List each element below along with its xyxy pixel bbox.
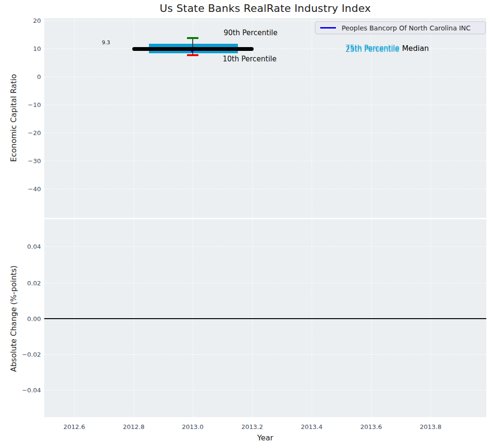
gridline [312,18,312,218]
zero-reference-line [44,318,486,319]
top-plot-area: 9.3 90th Percentile 10th Percentile 75th… [44,18,486,218]
top-y-axis-label: Economic Capital Ratio [9,74,18,162]
xtick-label: 2013.0 [171,423,214,430]
p10-label: 10th Percentile [223,55,276,63]
chart-title: Us State Banks RealRate Industry Index [44,2,486,14]
ytick-label: 0.00 [0,315,41,322]
xtick-label: 2012.6 [53,423,96,430]
gridline [44,189,486,189]
ytick-label: −10 [0,101,41,108]
gridline [44,161,486,161]
x-axis-label: Year [44,433,486,442]
bottom-plot-area [44,219,486,417]
gridline [431,18,431,218]
ytick-label: 0.04 [0,243,41,250]
gridline [74,18,75,218]
bottom-y-axis-label: Absolute Change (%-points) [9,265,18,372]
gridline [44,354,486,355]
ytick-label: 20 [0,17,41,24]
gridline [44,20,486,21]
gridline [44,390,486,390]
gridline [44,105,486,105]
median-value-annotation: 9.3 [102,39,110,46]
gridline [44,77,486,77]
legend-line-sample [320,27,336,29]
chart-figure: Us State Banks RealRate Industry Index 9… [0,0,492,448]
xtick-label: 2013.4 [290,423,333,430]
ytick-label: −0.04 [0,387,41,394]
p25-label: 25th Percentile [345,45,399,54]
ytick-label: 0.02 [0,280,41,287]
median-line [132,47,254,51]
gridline [44,283,486,283]
percentile-10-tick [187,54,198,56]
ytick-label: −30 [0,157,41,165]
ytick-label: −40 [0,185,41,193]
ytick-label: −0.02 [0,351,41,358]
ytick-label: −20 [0,129,41,136]
gridline [44,133,486,133]
legend-series-label: Peoples Bancorp Of North Carolina INC [342,24,471,32]
xtick-label: 2013.2 [231,423,274,430]
xtick-label: 2012.8 [112,423,155,430]
xtick-label: 2013.6 [350,423,393,430]
p90-label: 90th Percentile [224,29,277,37]
ytick-label: 10 [0,45,41,52]
median-label: Median [402,44,429,53]
gridline [44,246,486,247]
ytick-label: 0 [0,73,41,80]
legend: Peoples Bancorp Of North Carolina INC [315,21,486,34]
xtick-label: 2013.8 [409,423,452,430]
percentile-90-tick [187,37,198,39]
